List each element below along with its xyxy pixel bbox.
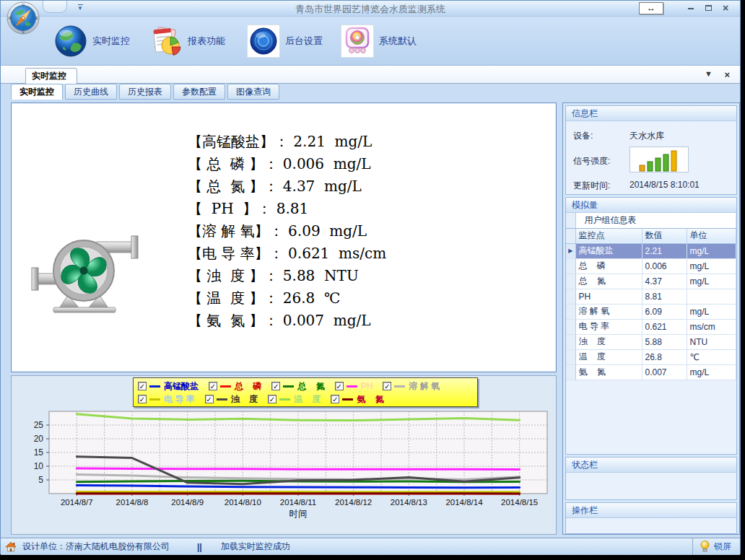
cell-point: 总 氮 (575, 274, 642, 289)
signal-label: 信号强度: (573, 155, 610, 167)
signal-strength-indicator (629, 146, 689, 172)
selected-row-arrow-icon: ▶ (566, 243, 575, 258)
close-button[interactable]: × (718, 2, 733, 14)
svg-text:2014/8/15: 2014/8/15 (501, 498, 538, 507)
doc-tab-realtime[interactable]: 实时监控 (25, 68, 77, 84)
svg-text:2014/8/11: 2014/8/11 (280, 498, 316, 507)
reading-label: 【 氨 氮 】： (188, 312, 278, 329)
reading-label: 【高锰酸盐】： (188, 133, 289, 150)
cell-point: 电 导 率 (575, 319, 642, 334)
row-indicator (566, 334, 575, 349)
bulb-icon (700, 541, 710, 553)
legend-checkbox[interactable]: ✓ (205, 395, 214, 403)
right-sidebar: 信息栏 设备: 天水水库 信号强度: 更新时间: 2014/8/15 8:10:… (562, 102, 740, 535)
legend-series-label: 氨 氮 (357, 393, 383, 406)
device-value: 天水水库 (629, 130, 664, 142)
row-indicator (566, 364, 575, 380)
legend-checkbox[interactable]: ✓ (209, 382, 217, 390)
toolbar-button-label: 实时监控 (92, 35, 130, 48)
tab-list-dropdown-icon[interactable]: ▼ (705, 69, 713, 78)
legend-item[interactable]: ✓溶 解 氧 (383, 380, 440, 393)
subtab-3[interactable]: 参数配置 (173, 84, 225, 100)
legend-item[interactable]: ✓电 导 率 (138, 393, 195, 406)
table-row[interactable]: 溶 解 氧6.09mg/L (566, 304, 736, 319)
toolbar-button-default[interactable]: 系统默认 (335, 22, 422, 61)
maximize-button[interactable] (701, 2, 715, 14)
toolbar-button-label: 系统默认 (379, 35, 417, 48)
table-row[interactable]: 浊 度5.88NTU (566, 334, 736, 349)
device-label: 设备: (573, 130, 593, 142)
table-row[interactable]: 温 度26.8℃ (566, 349, 736, 364)
reading-value: 0.007 mg/L (278, 312, 370, 329)
minimize-button[interactable] (684, 2, 698, 14)
legend-checkbox[interactable]: ✓ (268, 395, 276, 403)
cell-unit (687, 289, 736, 304)
subtab-4[interactable]: 图像查询 (227, 84, 279, 100)
quick-access-dropdown-icon[interactable]: ▼ (76, 4, 84, 12)
cell-value: 0.007 (642, 364, 687, 380)
palette-icon (341, 25, 374, 58)
titlebar: 青岛市世界园艺博览会水质监测系统 ▼ ↔ × (1, 1, 740, 17)
chart-panel: ✓高锰酸盐✓总 磷✓总 氮✓PH✓溶 解 氧 ✓电 导 率✓浊 度✓温 度✓氨 … (11, 375, 557, 535)
table-row[interactable]: PH8.81 (566, 289, 736, 304)
legend-checkbox[interactable]: ✓ (138, 382, 147, 390)
monitoring-table: 用户组信息表 监控点 数值 单位 ▶高锰酸盐2.21mg/L总 磷0.006mg… (566, 213, 736, 380)
toolbar-button-realtime[interactable]: 实时监控 (48, 22, 136, 61)
reading-row: 【 总 氮 】： 4.37 mg/L (188, 175, 386, 198)
svg-text:5: 5 (38, 475, 43, 485)
toolbar: 实时监控 报表功能 (1, 17, 740, 66)
reading-value: 26.8 ℃ (278, 289, 340, 307)
tab-close-icon[interactable]: × (724, 69, 730, 80)
reading-label: 【 温 度 】： (188, 289, 278, 307)
resize-button[interactable]: ↔ (639, 2, 663, 14)
reading-row: 【高锰酸盐】： 2.21 mg/L (188, 131, 386, 153)
table-row[interactable]: 总 氮4.37mg/L (566, 274, 736, 289)
legend-series-label: 电 导 率 (164, 393, 195, 406)
reading-value: 6.09 mg/L (284, 222, 367, 240)
operation-panel-title: 操作栏 (566, 503, 736, 518)
table-row[interactable]: ▶高锰酸盐2.21mg/L (566, 243, 736, 258)
cell-value: 0.006 (642, 258, 687, 274)
toolbar-button-reports[interactable]: 报表功能 (144, 22, 231, 61)
subtab-1[interactable]: 历史曲线 (65, 84, 117, 100)
legend-checkbox[interactable]: ✓ (383, 382, 391, 390)
reading-row: 【 浊 度 】： 5.88 NTU (188, 265, 386, 287)
realtime-panel: 【高锰酸盐】： 2.21 mg/L【 总 磷 】： 0.006 mg/L【 总 … (11, 102, 557, 372)
subtab-0[interactable]: 实时监控 (11, 84, 63, 100)
subtab-2[interactable]: 历史报表 (119, 84, 171, 100)
reading-label: 【 浊 度 】： (188, 267, 278, 284)
legend-series-label: 高锰酸盐 (164, 380, 199, 393)
svg-text:2014/8/13: 2014/8/13 (391, 498, 427, 507)
cell-value: 6.09 (642, 304, 687, 319)
legend-item[interactable]: ✓温 度 (268, 393, 321, 406)
legend-checkbox[interactable]: ✓ (271, 382, 280, 390)
legend-item[interactable]: ✓浊 度 (205, 393, 258, 406)
globe-icon (54, 25, 87, 58)
window-title: 青岛市世界园艺博览会水质监测系统 (1, 3, 740, 16)
compass-app-icon[interactable]: N S W E (6, 1, 40, 35)
report-icon (149, 25, 183, 58)
legend-checkbox[interactable]: ✓ (335, 382, 344, 390)
cell-unit: ℃ (687, 349, 736, 364)
cell-point: PH (575, 289, 642, 304)
legend-item[interactable]: ✓PH (335, 381, 373, 391)
reading-row: 【 总 磷 】： 0.006 mg/L (188, 153, 386, 175)
cell-point: 氨 氮 (575, 364, 642, 380)
legend-series-label: 浊 度 (231, 393, 258, 406)
svg-text:时间: 时间 (289, 509, 308, 519)
reading-row: 【 温 度 】： 26.8 ℃ (188, 287, 386, 310)
cell-point: 浊 度 (575, 334, 642, 349)
legend-item[interactable]: ✓高锰酸盐 (138, 380, 199, 393)
legend-item[interactable]: ✓总 氮 (271, 380, 324, 393)
table-row[interactable]: 氨 氮0.007mg/L (566, 364, 736, 380)
table-row[interactable]: 电 导 率0.621ms/cm (566, 319, 736, 334)
reading-row: 【 氨 氮 】： 0.007 mg/L (188, 310, 386, 332)
table-row[interactable]: 总 磷0.006mg/L (566, 258, 736, 274)
legend-checkbox[interactable]: ✓ (331, 395, 339, 403)
operation-panel: 操作栏 (565, 502, 737, 534)
toolbar-button-settings[interactable]: 后台设置 (241, 22, 328, 61)
lock-screen-button[interactable]: 锁屏 (692, 538, 740, 555)
legend-item[interactable]: ✓氨 氮 (331, 393, 383, 406)
legend-checkbox[interactable]: ✓ (138, 395, 147, 403)
legend-item[interactable]: ✓总 磷 (209, 380, 261, 393)
